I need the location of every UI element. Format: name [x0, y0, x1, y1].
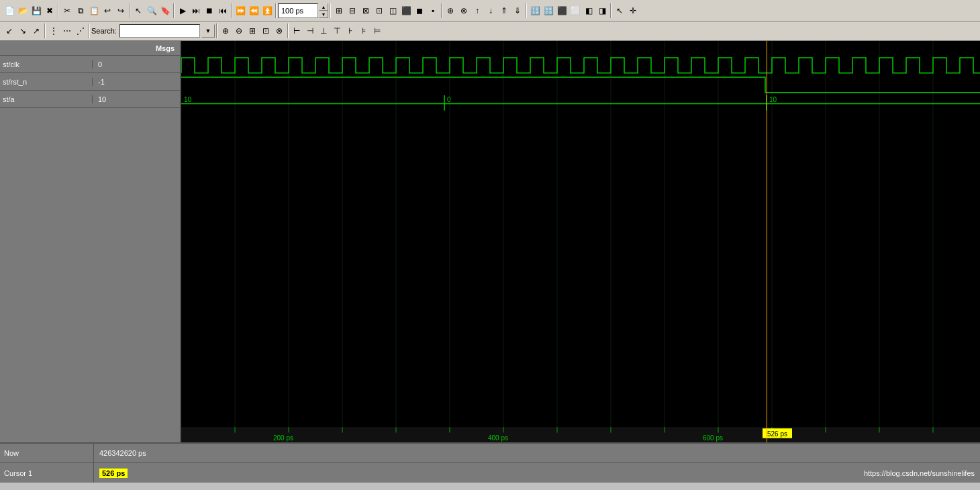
extra-icon2[interactable]: ⊗ [457, 4, 471, 17]
zoom-out-icon[interactable]: ⊖ [232, 24, 246, 38]
marker-icon6[interactable]: ⊧ [357, 24, 371, 38]
fmt-icon3[interactable]: ⬛ [555, 4, 569, 17]
signal-header: Msgs [0, 41, 180, 56]
signal-row-a: st/a 10 [0, 91, 180, 108]
wave-icon7[interactable]: ◼ [413, 4, 426, 17]
extra-icon1[interactable]: ⊕ [444, 4, 457, 17]
cursor-time-box: 526 ps [99, 469, 128, 478]
sep-r2-1 [44, 23, 46, 38]
svg-text:0: 0 [447, 96, 451, 103]
zoom-value[interactable]: 100 ps [278, 3, 318, 18]
new-icon[interactable]: 📄 [3, 4, 16, 17]
sim-stop-icon[interactable]: ⏹ [203, 4, 216, 17]
signal-panel-empty [0, 108, 180, 442]
zoom-fit-icon[interactable]: ⊕ [219, 24, 232, 38]
sep4 [231, 3, 232, 18]
find-icon[interactable]: 🔍 [145, 4, 158, 17]
extra-icon3[interactable]: ↑ [471, 4, 484, 17]
marker-icon7[interactable]: ⊨ [371, 24, 384, 38]
fmt-icon5[interactable]: ◧ [582, 4, 595, 17]
run-fwd2-icon[interactable]: ⏫ [260, 4, 274, 17]
signal-name-clk[interactable]: st/clk [0, 60, 93, 68]
wave-icon3[interactable]: ⊠ [359, 4, 373, 17]
toolbar-group-1: 📄 📂 💾 ✖ [3, 4, 56, 17]
sep9 [610, 3, 611, 18]
svg-text:526 ps: 526 ps [767, 430, 787, 437]
toolbar-row2: ↙ ↘ ↗ ⋮ ⋯ ⋰ Search: ▼ ⊕ ⊖ ⊞ ⊡ ⊗ ⊢ [0, 21, 980, 40]
snap-icon1[interactable]: ⋮ [47, 24, 60, 38]
snap-icon3[interactable]: ⋰ [74, 24, 87, 38]
extra-icon4[interactable]: ↓ [484, 4, 497, 17]
sep-r2-3 [216, 23, 217, 38]
signal-name-rst[interactable]: st/rst_n [0, 78, 93, 86]
wave-nav-icon2[interactable]: ↘ [16, 24, 30, 38]
search-input[interactable] [119, 24, 200, 38]
cut-icon[interactable]: ✂ [60, 4, 74, 17]
wave-nav-icon1[interactable]: ↙ [3, 24, 16, 38]
pointer-icon[interactable]: ↖ [132, 4, 145, 17]
toolbar-row2-group1: ↙ ↘ ↗ [3, 24, 43, 38]
run-forward-icon[interactable]: ⏩ [234, 4, 247, 17]
run-back-icon[interactable]: ⏪ [247, 4, 260, 17]
undo-icon[interactable]: ↩ [101, 4, 114, 17]
sim-start-icon[interactable]: ▶ [176, 4, 189, 17]
fmt-icon6[interactable]: ◨ [595, 4, 609, 17]
svg-text:10: 10 [769, 96, 777, 103]
toolbar-row1: 📄 📂 💾 ✖ ✂ ⧉ 📋 ↩ ↪ ↖ 🔍 🔖 ▶ ⏭ ⏹ ⏮ [0, 0, 980, 21]
redo-icon[interactable]: ↪ [114, 4, 128, 17]
sep5 [275, 3, 277, 18]
signal-row-clk: st/clk 0 [0, 56, 180, 73]
wave-icon2[interactable]: ⊟ [346, 4, 359, 17]
sim-restart-icon[interactable]: ⏮ [216, 4, 230, 17]
copy-icon[interactable]: ⧉ [74, 4, 87, 17]
close-icon[interactable]: ✖ [43, 4, 56, 17]
zoom-spin-down[interactable]: ▼ [319, 11, 328, 18]
extra-icon5[interactable]: ⇑ [497, 4, 511, 17]
sep7 [441, 3, 442, 18]
signal-panel: Msgs st/clk 0 st/rst_n -1 st/a 10 [0, 41, 181, 442]
marker-icon4[interactable]: ⊤ [330, 24, 344, 38]
search-dropdown-btn[interactable]: ▼ [201, 24, 215, 38]
zoom-spin-up[interactable]: ▲ [319, 3, 328, 11]
wave-nav-icon3[interactable]: ↗ [30, 24, 43, 38]
wave-icon1[interactable]: ⊞ [332, 4, 346, 17]
bookmark-icon[interactable]: 🔖 [158, 4, 172, 17]
svg-text:400 ps: 400 ps [488, 434, 508, 442]
url-display: https://blog.csdn.net/sunshinelifes [864, 469, 980, 477]
fmt-icon1[interactable]: 🔢 [528, 4, 542, 17]
zoom-sel-icon[interactable]: ⊡ [259, 24, 273, 38]
save-icon[interactable]: 💾 [30, 4, 43, 17]
cursor-label: Cursor 1 [0, 463, 94, 483]
signal-value-a: 10 [93, 95, 180, 103]
sep8 [526, 3, 527, 18]
snap-icon2[interactable]: ⋯ [60, 24, 74, 38]
status-row-now: Now 426342620 ps [0, 444, 980, 463]
marker-icon2[interactable]: ⊣ [303, 24, 317, 38]
cursor-cross-icon[interactable]: ✛ [626, 4, 640, 17]
open-icon[interactable]: 📂 [16, 4, 30, 17]
wave-icon8[interactable]: ▪ [426, 4, 440, 17]
extra-icon6[interactable]: ⇓ [511, 4, 524, 17]
fmt-icon4[interactable]: ⬜ [569, 4, 582, 17]
waveform-area[interactable]: 10 0 10 [181, 41, 980, 442]
zoom-in-icon[interactable]: ⊞ [246, 24, 259, 38]
wave-icon6[interactable]: ⬛ [399, 4, 413, 17]
marker-icon5[interactable]: ⊦ [344, 24, 357, 38]
fmt-icon2[interactable]: 🔠 [542, 4, 555, 17]
paste-icon[interactable]: 📋 [87, 4, 101, 17]
wave-icon5[interactable]: ◫ [386, 4, 399, 17]
zoom-full-icon[interactable]: ⊗ [273, 24, 286, 38]
main-area: Msgs st/clk 0 st/rst_n -1 st/a 10 [0, 41, 980, 442]
sep1 [58, 3, 59, 18]
signal-name-a[interactable]: st/a [0, 95, 93, 103]
sim-step-icon[interactable]: ⏭ [189, 4, 203, 17]
marker-icon3[interactable]: ⊥ [317, 24, 330, 38]
toolbar-row2-group3: ⊕ ⊖ ⊞ ⊡ ⊗ [219, 24, 286, 38]
zoom-control: 100 ps ▲ ▼ [278, 3, 328, 18]
marker-icon1[interactable]: ⊢ [290, 24, 303, 38]
cursor-arrow-icon[interactable]: ↖ [613, 4, 626, 17]
svg-text:600 ps: 600 ps [703, 434, 723, 442]
wave-icon4[interactable]: ⊡ [373, 4, 386, 17]
now-label: Now [0, 444, 94, 462]
signal-row-rst: st/rst_n -1 [0, 73, 180, 91]
